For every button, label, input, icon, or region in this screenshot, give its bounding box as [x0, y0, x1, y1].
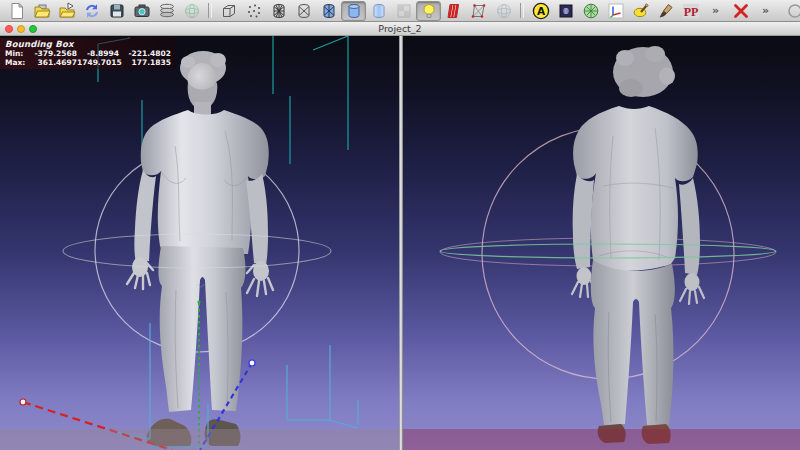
svg-text:A: A — [536, 4, 545, 16]
wireframe-cylinder-icon — [270, 2, 288, 20]
pp-plugin-button[interactable]: PP — [678, 1, 703, 21]
green-mesh-icon — [582, 2, 600, 20]
chevron-icon: » — [762, 4, 769, 17]
toolbar-separator — [520, 3, 524, 18]
hidden-lines-cylinder-icon — [295, 2, 313, 20]
right-viewport-canvas — [403, 36, 800, 450]
render-points-button[interactable] — [241, 1, 266, 21]
new-document-icon — [8, 2, 26, 20]
ring-icon — [782, 2, 800, 20]
more-chevron-button-2[interactable]: » — [753, 1, 778, 21]
bounding-box-min-row: Min: -379.2568 -8.8994 -221.4802 — [5, 49, 176, 58]
trackball-globe-green-button[interactable] — [179, 1, 204, 21]
right-mesh-info: Mesh: SampleandHold_Demo_People_Tom.obj … — [608, 431, 800, 450]
bounding-box-max-row: Max: 361.4697 1749.7015 177.1835 — [5, 58, 176, 67]
left-3d-viewport[interactable]: Bounding Box Min: -379.2568 -8.8994 -221… — [0, 36, 399, 450]
yellow-lasso-icon — [632, 2, 650, 20]
green-globe-icon — [183, 2, 201, 20]
selection-lasso-button[interactable] — [628, 1, 653, 21]
red-stripes-icon — [445, 2, 463, 20]
floppy-disk-icon — [108, 2, 126, 20]
red-x-icon — [732, 2, 750, 20]
shader-box-button[interactable] — [553, 1, 578, 21]
render-flat-button[interactable] — [341, 1, 366, 21]
right-3d-viewport[interactable]: FOV: 60 FPS: 16.0 Mesh: SampleandHold_De… — [403, 36, 800, 450]
axes-icon — [607, 2, 625, 20]
render-texture-button[interactable] — [391, 1, 416, 21]
paint-brush-button[interactable] — [653, 1, 678, 21]
render-wireframe-button[interactable] — [266, 1, 291, 21]
snapshot-button[interactable] — [129, 1, 154, 21]
texture-icon — [395, 2, 413, 20]
reload-button[interactable] — [79, 1, 104, 21]
light-toggle-button[interactable] — [416, 1, 441, 21]
open-folder-icon — [33, 2, 51, 20]
left-mesh-info: Mesh: SampleandHold_Demo_People_Tom.obj … — [195, 431, 389, 450]
open-project-button[interactable] — [29, 1, 54, 21]
layers-button[interactable] — [154, 1, 179, 21]
gray-globe-icon — [495, 2, 513, 20]
workspace: Bounding Box Min: -379.2568 -8.8994 -221… — [0, 36, 800, 450]
toolbar-separator — [208, 3, 212, 18]
render-flat-lines-button[interactable] — [316, 1, 341, 21]
annotation-a-button[interactable]: A — [528, 1, 553, 21]
flat-cylinder-icon — [345, 2, 363, 20]
save-button[interactable] — [104, 1, 129, 21]
show-axes-button[interactable] — [603, 1, 628, 21]
render-smooth-button[interactable] — [366, 1, 391, 21]
camera-icon — [133, 2, 151, 20]
svg-text:PP: PP — [683, 4, 698, 18]
import-mesh-button[interactable] — [54, 1, 79, 21]
more-chevron-button[interactable]: » — [703, 1, 728, 21]
left-viewport-canvas — [0, 36, 399, 450]
render-hidden-lines-button[interactable] — [291, 1, 316, 21]
trackball-visibility-button[interactable] — [491, 1, 516, 21]
bounding-box-title: Bounding Box — [5, 39, 176, 49]
double-side-lighting-button[interactable] — [466, 1, 491, 21]
delete-mesh-button[interactable] — [728, 1, 753, 21]
wire-vertices-icon — [470, 2, 488, 20]
reload-arrows-icon — [83, 2, 101, 20]
circled-a-icon: A — [532, 2, 550, 20]
bounding-box-panel: Bounding Box Min: -379.2568 -8.8994 -221… — [0, 38, 176, 69]
new-project-button[interactable] — [4, 1, 29, 21]
right-fov-fps: FOV: 60 FPS: 16.0 — [435, 431, 480, 450]
points-cloud-icon — [245, 2, 263, 20]
chevron-icon: » — [712, 4, 719, 17]
shader-box-icon — [557, 2, 575, 20]
smooth-cylinder-icon — [370, 2, 388, 20]
left-fov-fps: FOV: 60 FPS: 15.0 — [35, 431, 80, 450]
radar-decoration-button[interactable] — [578, 1, 603, 21]
main-toolbar: A PP » » — [0, 0, 800, 22]
render-bbox-button[interactable] — [216, 1, 241, 21]
flat-lines-cylinder-icon — [320, 2, 338, 20]
project-titlebar[interactable]: Project_2 — [0, 22, 800, 36]
edge-tool-button[interactable] — [778, 1, 800, 21]
left-status-strip: FOV: 60 FPS: 15.0 Mesh: SampleandHold_De… — [0, 429, 399, 450]
cube-wireframe-icon — [220, 2, 238, 20]
light-bulb-icon — [420, 2, 438, 20]
meshlab-window: A PP » » Project_2 — [0, 0, 800, 450]
import-folder-icon — [58, 2, 76, 20]
right-status-strip: FOV: 60 FPS: 16.0 Mesh: SampleandHold_De… — [403, 429, 800, 450]
pp-letters-icon: PP — [682, 2, 700, 20]
paint-brush-icon — [657, 2, 675, 20]
layers-icon — [158, 2, 176, 20]
fancy-lighting-button[interactable] — [441, 1, 466, 21]
window-title: Project_2 — [0, 23, 800, 34]
